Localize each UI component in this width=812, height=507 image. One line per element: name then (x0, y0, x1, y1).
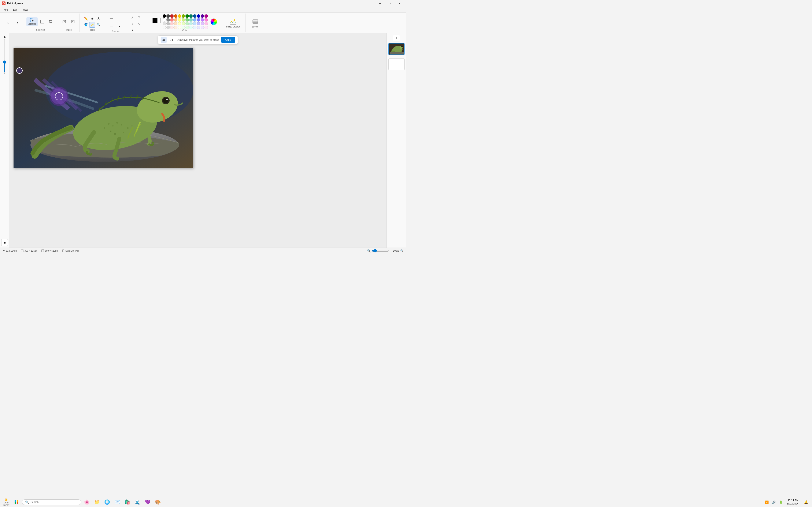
svg-point-36 (401, 46, 403, 47)
color-q3[interactable] (170, 26, 173, 29)
triangle-shape-button[interactable]: △ (136, 21, 142, 26)
window-controls: ─ □ ✕ (375, 0, 404, 7)
rotate-flip-button[interactable] (69, 18, 77, 25)
magic-eraser-button[interactable]: ✨ (89, 22, 95, 28)
rect-shape-button[interactable]: □ (136, 14, 142, 20)
color-dark-blue[interactable] (197, 14, 200, 18)
color-p1[interactable] (163, 22, 166, 25)
eraser-tool-button[interactable]: ◈ (1, 239, 8, 246)
color-light-indigo[interactable] (197, 18, 200, 21)
color-q12[interactable] (204, 26, 208, 29)
color-black[interactable] (163, 14, 166, 18)
undo-button[interactable] (4, 19, 12, 27)
brush-1-button[interactable] (108, 14, 115, 22)
menu-view[interactable]: View (20, 7, 30, 12)
image-creator-button[interactable]: Image Creator (223, 17, 243, 29)
color-light-ygreen[interactable] (182, 18, 185, 21)
blank-layer-thumbnail[interactable] (389, 58, 405, 70)
main-canvas[interactable] (13, 48, 193, 168)
color-p9[interactable] (193, 22, 196, 25)
color-p10[interactable] (197, 22, 200, 25)
menu-edit[interactable]: Edit (11, 7, 19, 12)
text-button[interactable]: A (96, 15, 101, 21)
color-p12[interactable] (204, 22, 208, 25)
selection-button[interactable]: Selection (27, 17, 38, 26)
color-p3[interactable] (170, 22, 173, 25)
maximize-button[interactable]: □ (385, 0, 395, 7)
menu-file[interactable]: File (2, 7, 10, 12)
brush-3-button[interactable] (108, 22, 115, 30)
color-light-orange[interactable] (174, 18, 177, 21)
crop-button[interactable] (47, 18, 55, 25)
minimize-button[interactable]: ─ (375, 0, 385, 7)
color-p4[interactable] (174, 22, 177, 25)
color-light-teal[interactable] (189, 18, 193, 21)
color-light-purple[interactable] (201, 18, 204, 21)
close-button[interactable]: ✕ (395, 0, 404, 7)
color-yellow-green[interactable] (182, 14, 185, 18)
foreground-color-box[interactable] (152, 18, 158, 23)
color-p5[interactable] (178, 22, 181, 25)
color-q2[interactable] (166, 26, 170, 29)
select-all-button[interactable] (39, 18, 46, 25)
shapes-dropdown-button[interactable]: ▼ (130, 27, 135, 33)
color-p11[interactable] (201, 22, 204, 25)
color-q8[interactable] (189, 26, 193, 29)
zoom-tool-button[interactable]: 🔍 (96, 22, 101, 28)
color-yellow[interactable] (178, 14, 181, 18)
ribbon-color-top (152, 13, 217, 29)
color-q7[interactable] (186, 26, 189, 29)
image-size-item: 800 × 512px (42, 249, 58, 252)
color-purple[interactable] (201, 14, 204, 18)
erase-add-button[interactable]: ⊕ (161, 37, 167, 43)
size-slider[interactable] (4, 39, 5, 73)
ribbon-undo-group (2, 13, 23, 32)
resize-button[interactable] (61, 18, 68, 25)
zoom-slider[interactable] (372, 249, 389, 252)
color-p2[interactable] (166, 22, 170, 25)
color-q11[interactable] (201, 26, 204, 29)
color-red[interactable] (170, 14, 173, 18)
color-p6[interactable] (182, 22, 185, 25)
apply-button[interactable]: Apply (221, 37, 235, 43)
zoom-out-icon[interactable]: 🔍 (367, 249, 371, 252)
color-orange[interactable] (174, 14, 177, 18)
color-light-red[interactable] (170, 18, 173, 21)
layers-button[interactable]: Layers (249, 17, 262, 29)
color-blue[interactable] (193, 14, 196, 18)
color-light-blue[interactable] (193, 18, 196, 21)
color-q4[interactable] (174, 26, 177, 29)
layer-thumbnail-1[interactable] (389, 43, 405, 55)
color-p7[interactable] (186, 22, 189, 25)
line-shape-button[interactable]: ╱ (130, 14, 135, 20)
canvas-area[interactable]: ⊕ ⊖ Draw over the area you want to erase… (9, 33, 387, 247)
color-section (152, 14, 217, 29)
fill-button[interactable]: 🪣 (83, 22, 89, 28)
svg-point-23 (112, 125, 113, 126)
color-light-magenta[interactable] (204, 18, 208, 21)
ellipse-shape-button[interactable]: ○ (130, 21, 135, 26)
color-green[interactable] (186, 14, 189, 18)
color-q1[interactable] (163, 26, 166, 29)
zoom-in-icon[interactable]: 🔍 (400, 249, 403, 252)
color-white[interactable] (163, 18, 166, 21)
color-gray[interactable] (166, 18, 170, 21)
add-layer-button[interactable]: + (393, 35, 400, 41)
erase-remove-button[interactable]: ⊖ (169, 37, 175, 43)
rainbow-color-button[interactable] (210, 18, 217, 25)
color-light-green[interactable] (186, 18, 189, 21)
pencil-button[interactable]: ✏️ (83, 15, 89, 21)
redo-button[interactable] (13, 19, 20, 27)
color-teal[interactable] (189, 14, 193, 18)
color-p8[interactable] (189, 22, 193, 25)
brush-2-button[interactable] (116, 14, 123, 22)
color-dark-gray[interactable] (166, 14, 170, 18)
eraser-button[interactable]: ◈ (89, 15, 95, 21)
color-q10[interactable] (197, 26, 200, 29)
color-q9[interactable] (193, 26, 196, 29)
color-light-yellow[interactable] (178, 18, 181, 21)
color-q5[interactable] (178, 26, 181, 29)
color-magenta[interactable] (204, 14, 208, 18)
color-q6[interactable] (182, 26, 185, 29)
brush-dropdown-button[interactable]: ▼ (116, 22, 123, 30)
